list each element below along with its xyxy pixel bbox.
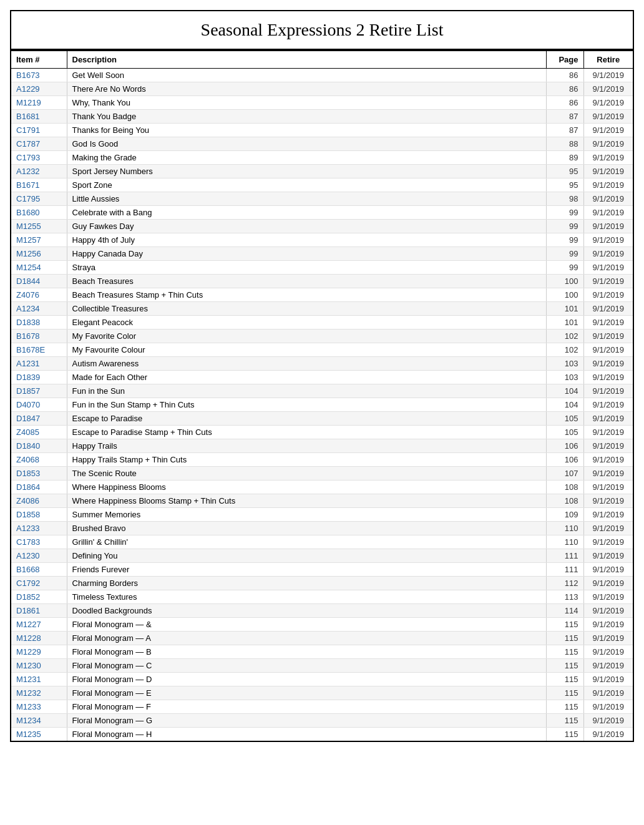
cell-description: Defining You — [67, 549, 546, 563]
cell-item: D4070 — [11, 398, 67, 412]
cell-item: M1230 — [11, 659, 67, 673]
cell-page: 111 — [546, 563, 583, 577]
cell-page: 99 — [546, 247, 583, 261]
table-row: D1847Escape to Paradise1059/1/2019 — [11, 412, 633, 426]
col-header-retire: Retire — [583, 51, 633, 69]
cell-page: 106 — [546, 453, 583, 467]
table-row: C1795Little Aussies989/1/2019 — [11, 192, 633, 206]
cell-page: 115 — [546, 728, 583, 742]
cell-page: 87 — [546, 110, 583, 124]
cell-retire: 9/1/2019 — [583, 508, 633, 522]
cell-item: B1671 — [11, 178, 67, 192]
cell-item: Z4086 — [11, 494, 67, 508]
cell-description: Beach Treasures Stamp + Thin Cuts — [67, 288, 546, 302]
cell-page: 95 — [546, 165, 583, 178]
cell-description: Floral Monogram — A — [67, 632, 546, 645]
table-row: C1787God Is Good889/1/2019 — [11, 137, 633, 151]
table-row: D1853The Scenic Route1079/1/2019 — [11, 467, 633, 481]
table-row: D1839Made for Each Other1039/1/2019 — [11, 371, 633, 384]
cell-page: 99 — [546, 220, 583, 233]
cell-retire: 9/1/2019 — [583, 137, 633, 151]
cell-page: 115 — [546, 632, 583, 645]
cell-page: 113 — [546, 590, 583, 604]
table-row: M1257Happy 4th of July999/1/2019 — [11, 233, 633, 247]
cell-retire: 9/1/2019 — [583, 618, 633, 632]
cell-retire: 9/1/2019 — [583, 316, 633, 330]
cell-retire: 9/1/2019 — [583, 151, 633, 165]
table-row: D1858Summer Memories1099/1/2019 — [11, 508, 633, 522]
cell-retire: 9/1/2019 — [583, 714, 633, 728]
cell-page: 108 — [546, 481, 583, 494]
retire-table: Item # Description Page Retire B1673Get … — [10, 50, 634, 742]
cell-page: 111 — [546, 549, 583, 563]
cell-retire: 9/1/2019 — [583, 343, 633, 357]
table-row: B1671Sport Zone959/1/2019 — [11, 178, 633, 192]
cell-description: Autism Awareness — [67, 357, 546, 371]
cell-retire: 9/1/2019 — [583, 467, 633, 481]
cell-item: C1783 — [11, 535, 67, 549]
cell-retire: 9/1/2019 — [583, 357, 633, 371]
cell-description: Sport Jersey Numbers — [67, 165, 546, 178]
cell-description: Friends Furever — [67, 563, 546, 577]
table-row: D1838Elegant Peacock1019/1/2019 — [11, 316, 633, 330]
cell-retire: 9/1/2019 — [583, 206, 633, 220]
cell-item: D1852 — [11, 590, 67, 604]
cell-page: 103 — [546, 371, 583, 384]
cell-retire: 9/1/2019 — [583, 673, 633, 686]
table-row: B1678EMy Favourite Colour1029/1/2019 — [11, 343, 633, 357]
table-row: C1792Charming Borders1129/1/2019 — [11, 577, 633, 590]
cell-description: Why, Thank You — [67, 96, 546, 110]
cell-page: 86 — [546, 96, 583, 110]
cell-description: Escape to Paradise — [67, 412, 546, 426]
cell-retire: 9/1/2019 — [583, 728, 633, 742]
cell-page: 115 — [546, 686, 583, 700]
table-row: M1219Why, Thank You869/1/2019 — [11, 96, 633, 110]
table-row: D1857Fun in the Sun1049/1/2019 — [11, 384, 633, 398]
table-row: C1791Thanks for Being You879/1/2019 — [11, 124, 633, 137]
cell-page: 110 — [546, 522, 583, 535]
table-row: M1234Floral Monogram — G1159/1/2019 — [11, 714, 633, 728]
cell-retire: 9/1/2019 — [583, 302, 633, 316]
cell-retire: 9/1/2019 — [583, 165, 633, 178]
cell-item: M1231 — [11, 673, 67, 686]
table-row: B1681Thank You Badge879/1/2019 — [11, 110, 633, 124]
cell-description: Little Aussies — [67, 192, 546, 206]
cell-item: A1232 — [11, 165, 67, 178]
cell-page: 99 — [546, 206, 583, 220]
table-row: M1233Floral Monogram — F1159/1/2019 — [11, 700, 633, 714]
cell-retire: 9/1/2019 — [583, 96, 633, 110]
table-row: Z4068Happy Trails Stamp + Thin Cuts1069/… — [11, 453, 633, 467]
cell-item: D1838 — [11, 316, 67, 330]
cell-item: A1234 — [11, 302, 67, 316]
cell-description: Sport Zone — [67, 178, 546, 192]
cell-description: Thank You Badge — [67, 110, 546, 124]
cell-page: 115 — [546, 659, 583, 673]
cell-retire: 9/1/2019 — [583, 82, 633, 96]
cell-page: 104 — [546, 398, 583, 412]
cell-retire: 9/1/2019 — [583, 453, 633, 467]
cell-description: God Is Good — [67, 137, 546, 151]
cell-page: 99 — [546, 233, 583, 247]
cell-item: D1847 — [11, 412, 67, 426]
cell-description: My Favourite Colour — [67, 343, 546, 357]
cell-retire: 9/1/2019 — [583, 275, 633, 288]
col-header-page: Page — [546, 51, 583, 69]
cell-page: 115 — [546, 645, 583, 659]
cell-retire: 9/1/2019 — [583, 69, 633, 82]
table-row: Z4085Escape to Paradise Stamp + Thin Cut… — [11, 426, 633, 439]
cell-description: Doodled Backgrounds — [67, 604, 546, 618]
cell-description: Guy Fawkes Day — [67, 220, 546, 233]
cell-item: M1228 — [11, 632, 67, 645]
cell-item: Z4076 — [11, 288, 67, 302]
cell-description: Fun in the Sun Stamp + Thin Cuts — [67, 398, 546, 412]
cell-page: 104 — [546, 384, 583, 398]
table-row: M1232Floral Monogram — E1159/1/2019 — [11, 686, 633, 700]
cell-description: My Favorite Color — [67, 330, 546, 343]
cell-description: Floral Monogram — & — [67, 618, 546, 632]
table-row: M1230Floral Monogram — C1159/1/2019 — [11, 659, 633, 673]
cell-item: C1791 — [11, 124, 67, 137]
cell-item: M1229 — [11, 645, 67, 659]
cell-page: 100 — [546, 275, 583, 288]
cell-item: D1858 — [11, 508, 67, 522]
cell-description: Happy 4th of July — [67, 233, 546, 247]
